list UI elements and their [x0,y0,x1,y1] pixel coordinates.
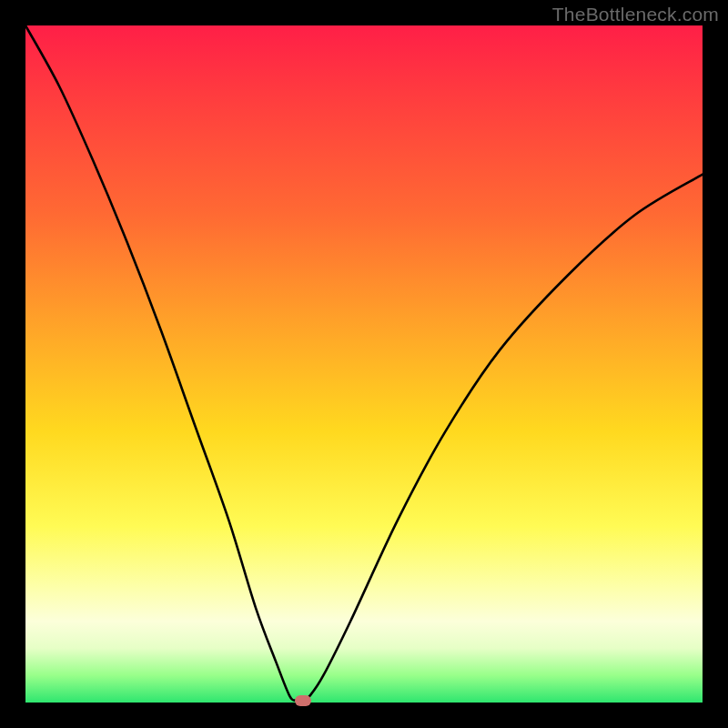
optimal-point-marker [295,695,311,706]
plot-area [25,25,703,703]
chart-frame: TheBottleneck.com [0,0,728,728]
bottleneck-curve [25,25,703,703]
watermark-text: TheBottleneck.com [552,4,719,25]
